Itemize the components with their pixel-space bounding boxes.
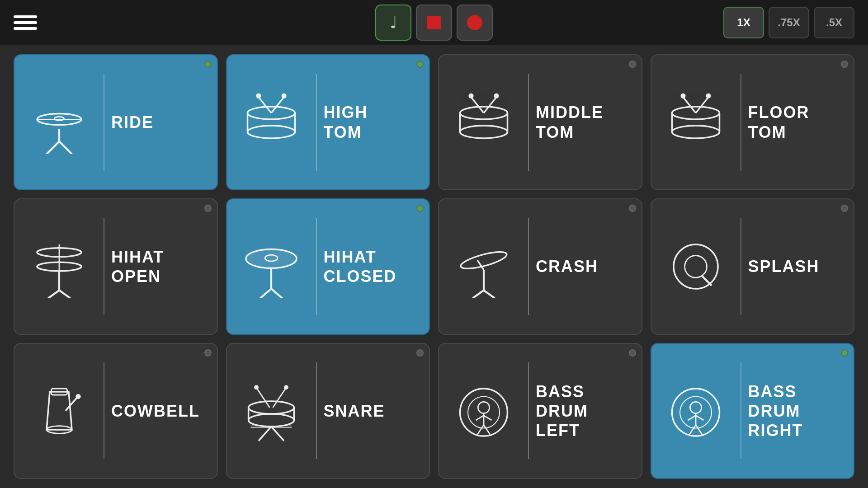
pad-crash[interactable]: CRASH <box>438 198 642 334</box>
svg-point-76 <box>690 402 701 413</box>
svg-point-28 <box>680 93 685 98</box>
pad-divider <box>528 362 529 459</box>
pad-indicator <box>841 205 848 212</box>
pad-label-cowbell: COWBELL <box>111 401 210 421</box>
pad-indicator <box>841 61 848 68</box>
svg-point-48 <box>685 255 707 277</box>
svg-point-37 <box>246 249 297 268</box>
menu-button[interactable] <box>14 15 37 30</box>
pad-label-hihat-open: HIHATOPEN <box>111 247 210 286</box>
pad-divider <box>104 74 104 171</box>
svg-line-71 <box>484 425 490 435</box>
pad-indicator <box>629 349 636 357</box>
pad-divider <box>528 218 529 315</box>
svg-point-21 <box>494 93 499 98</box>
svg-line-70 <box>477 425 484 435</box>
svg-line-26 <box>683 97 696 113</box>
pad-divider <box>741 218 741 315</box>
svg-line-33 <box>48 290 59 298</box>
svg-point-65 <box>284 385 288 390</box>
pad-middle-tom[interactable]: MIDDLETOM <box>438 54 642 190</box>
pad-indicator <box>416 205 424 212</box>
pad-icon-bass-drum-left <box>446 379 521 442</box>
top-bar: ♩ 1X .75X .5X <box>0 0 868 45</box>
pad-icon-hihat-closed <box>234 235 309 298</box>
pad-indicator <box>416 349 424 357</box>
pad-icon-crash <box>446 235 521 298</box>
svg-point-55 <box>249 414 294 427</box>
svg-line-40 <box>260 289 272 298</box>
pad-indicator <box>841 349 848 357</box>
pad-ride[interactable]: RIDE <box>14 54 218 190</box>
pad-icon-snare <box>234 379 309 442</box>
svg-line-11 <box>271 97 284 113</box>
pad-icon-bass-drum-right <box>658 379 734 442</box>
pad-icon-middle-tom <box>446 91 521 154</box>
svg-line-41 <box>271 289 283 298</box>
svg-point-12 <box>256 93 261 98</box>
pad-indicator <box>204 349 212 357</box>
pad-snare[interactable]: SNARE <box>226 343 430 479</box>
svg-line-34 <box>59 290 71 298</box>
pad-hihat-closed[interactable]: HIHATCLOSED <box>226 198 430 334</box>
pad-floor-tom[interactable]: FLOORTOM <box>651 54 855 190</box>
pad-splash[interactable]: SPLASH <box>651 198 855 334</box>
play-button[interactable]: ♩ <box>375 5 411 41</box>
pad-label-middle-tom: MIDDLETOM <box>536 103 635 141</box>
pad-high-tom[interactable]: HIGHTOM <box>226 54 430 190</box>
svg-line-52 <box>66 398 77 411</box>
pad-label-splash: SPLASH <box>748 257 847 276</box>
speed-1x-button[interactable]: 1X <box>723 7 764 38</box>
svg-point-54 <box>249 401 294 414</box>
svg-line-73 <box>484 416 492 421</box>
pad-cowbell[interactable]: COWBELL <box>14 343 218 479</box>
svg-point-15 <box>460 126 507 138</box>
stop-button[interactable] <box>416 5 452 41</box>
svg-line-0 <box>47 141 59 154</box>
pad-hihat-open[interactable]: HIHATOPEN <box>14 198 218 334</box>
svg-line-27 <box>696 97 708 113</box>
svg-line-72 <box>476 416 484 421</box>
svg-line-81 <box>696 416 704 421</box>
svg-line-45 <box>484 290 495 298</box>
drum-grid: RIDE HIGHTOM MIDDLETOM <box>0 45 868 488</box>
svg-point-5 <box>54 117 64 120</box>
pad-divider <box>316 218 317 315</box>
pad-bass-drum-left[interactable]: BASSDRUMLEFT <box>438 343 642 479</box>
playback-controls: ♩ <box>375 5 493 41</box>
svg-point-68 <box>478 402 489 413</box>
svg-line-10 <box>259 97 271 113</box>
svg-line-61 <box>271 427 284 441</box>
svg-point-64 <box>254 385 259 390</box>
pad-indicator <box>204 205 212 212</box>
pad-icon-ride <box>21 91 97 154</box>
svg-point-74 <box>672 389 720 436</box>
pad-icon-floor-tom <box>658 91 734 154</box>
svg-line-63 <box>273 389 286 408</box>
svg-line-62 <box>257 389 270 408</box>
pad-divider <box>741 362 741 459</box>
speed-05x-button[interactable]: .5X <box>814 7 854 38</box>
pad-divider <box>104 362 104 459</box>
pad-divider <box>741 74 741 171</box>
pad-label-ride: RIDE <box>111 113 210 132</box>
pad-label-high-tom: HIGHTOM <box>324 103 423 141</box>
pad-icon-hihat-open <box>21 235 97 298</box>
svg-line-46 <box>477 260 484 270</box>
pad-indicator <box>204 61 212 68</box>
pad-divider <box>104 218 104 315</box>
pad-indicator <box>416 61 424 68</box>
pad-label-bass-drum-right: BASSDRUMRIGHT <box>748 382 847 441</box>
svg-point-23 <box>672 126 720 138</box>
speed-075x-button[interactable]: .75X <box>769 7 809 38</box>
pad-label-crash: CRASH <box>536 257 635 276</box>
svg-point-47 <box>674 244 718 289</box>
svg-line-60 <box>259 427 271 441</box>
svg-point-53 <box>75 394 80 399</box>
record-button[interactable] <box>457 5 493 41</box>
pad-indicator <box>629 205 636 212</box>
svg-point-29 <box>706 93 711 98</box>
svg-line-79 <box>696 425 702 435</box>
pad-divider <box>316 74 317 171</box>
pad-bass-drum-right[interactable]: BASSDRUMRIGHT <box>651 343 855 479</box>
